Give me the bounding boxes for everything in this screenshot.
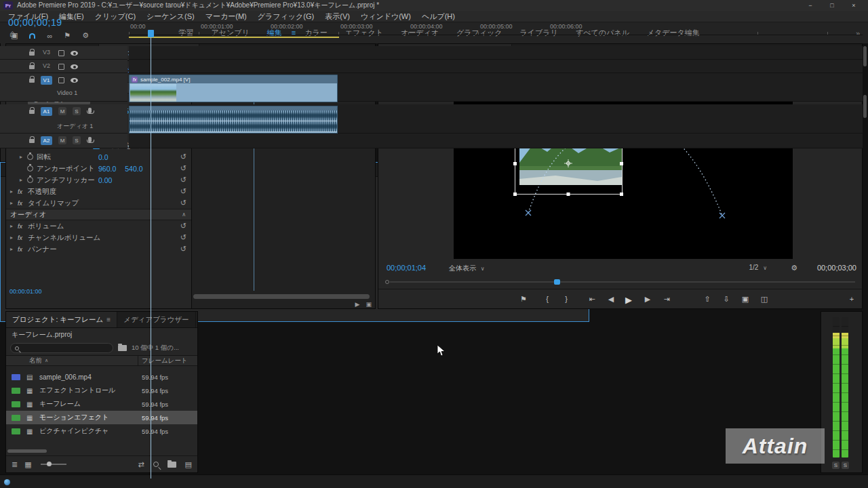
- solo-left-button[interactable]: S: [832, 462, 840, 469]
- label-color-chip[interactable]: [12, 415, 20, 421]
- linked-selection-icon[interactable]: ∞: [47, 32, 52, 40]
- sync-lock-icon[interactable]: [58, 64, 64, 70]
- panel-menu-icon[interactable]: ≡: [106, 316, 111, 323]
- step-forward-icon[interactable]: ▶: [642, 295, 654, 304]
- track-header-v3[interactable]: V3: [0, 46, 127, 60]
- lock-icon[interactable]: [29, 139, 35, 143]
- column-name[interactable]: 名前∧: [29, 357, 48, 365]
- timeline-settings-wrench-icon[interactable]: ⚙: [82, 31, 89, 40]
- toggle-animation-stopwatch-icon[interactable]: [27, 165, 33, 171]
- mark-out-icon[interactable]: }: [560, 295, 572, 303]
- add-marker-icon[interactable]: ⚑: [517, 295, 530, 304]
- lift-icon[interactable]: ⇧: [701, 295, 713, 304]
- twirl-closed-icon[interactable]: ▸: [20, 177, 27, 183]
- lock-icon[interactable]: [29, 79, 35, 83]
- source-patch-badge[interactable]: A2: [41, 136, 52, 145]
- property-row-anchor-point[interactable]: ▸ アンカーポイント 960.0 540.0 ↺: [6, 163, 191, 174]
- settings-wrench-icon[interactable]: ⚙: [791, 264, 797, 272]
- snap-magnet-icon[interactable]: [29, 33, 35, 39]
- list-item-selected[interactable]: ▦ モーションエフェクト 59.94 fps: [6, 411, 197, 424]
- close-button[interactable]: ×: [843, 2, 865, 9]
- voiceover-record-mic-icon[interactable]: [88, 108, 92, 113]
- reset-effect-icon[interactable]: ↺: [180, 233, 186, 242]
- collapse-section-icon[interactable]: ∧: [182, 211, 186, 218]
- nest-sequence-icon[interactable]: ▣: [11, 31, 18, 40]
- track-output-eye-icon[interactable]: [71, 64, 78, 69]
- reset-effect-icon[interactable]: ↺: [180, 199, 186, 207]
- search-input[interactable]: [10, 343, 113, 353]
- program-playhead[interactable]: [554, 279, 560, 285]
- effect-row-time-remap[interactable]: ▸ fx タイムリマップ ↺: [6, 197, 191, 209]
- source-patch-badge[interactable]: A1: [41, 107, 52, 116]
- go-to-out-icon[interactable]: ⇥: [660, 295, 673, 304]
- track-header-v1[interactable]: V1 Video 1: [0, 73, 127, 102]
- project-horizontal-scrollbar[interactable]: [7, 449, 47, 453]
- effect-timeline-scrollbar[interactable]: [193, 294, 370, 299]
- timeline-ruler[interactable]: 00:00 00:00:01:00 00:00:02:00 00:00:03:0…: [129, 19, 863, 35]
- extract-icon[interactable]: ⇩: [720, 295, 732, 304]
- voiceover-record-mic-icon[interactable]: [88, 137, 92, 142]
- track-name-label[interactable]: Video 1: [57, 89, 77, 96]
- lock-icon[interactable]: [29, 65, 35, 69]
- property-row-antiflicker[interactable]: ▸ アンチフリッカー 0.00 ↺: [6, 174, 191, 186]
- minimize-button[interactable]: −: [800, 2, 821, 9]
- lock-icon[interactable]: [29, 52, 35, 56]
- label-color-chip[interactable]: [12, 401, 20, 407]
- thumbnail-zoom-slider[interactable]: [41, 464, 66, 465]
- track-header-a2[interactable]: A2 M S: [0, 134, 127, 148]
- project-file-name[interactable]: キーフレーム.prproj: [6, 328, 197, 341]
- twirl-closed-icon[interactable]: ▸: [20, 154, 27, 160]
- audio-tracks-scrollbar[interactable]: [863, 95, 867, 118]
- list-view-icon[interactable]: ≣: [12, 460, 18, 469]
- icon-view-icon[interactable]: ▦: [24, 460, 31, 469]
- export-frame-icon[interactable]: ▣: [739, 295, 751, 304]
- effect-row-volume[interactable]: ▸ fx ボリューム ↺: [6, 220, 191, 232]
- track-header-v2[interactable]: V2: [0, 60, 127, 73]
- track-v2-content[interactable]: [129, 60, 863, 73]
- scrub-track[interactable]: [390, 281, 855, 283]
- add-marker-icon[interactable]: ⚑: [64, 31, 71, 40]
- tab-cc-libraries[interactable]: CC: [196, 312, 197, 327]
- label-color-chip[interactable]: [12, 428, 20, 434]
- reset-parameter-icon[interactable]: ↺: [180, 164, 186, 173]
- mute-button[interactable]: M: [58, 107, 66, 115]
- reset-parameter-icon[interactable]: ↺: [180, 176, 186, 184]
- tab-project[interactable]: プロジェクト: キーフレーム≡: [6, 312, 117, 327]
- section-audio[interactable]: オーディオ ∧: [6, 209, 191, 220]
- work-area-bar[interactable]: [129, 37, 339, 38]
- playback-resolution-select[interactable]: 1/2 ∨: [749, 264, 767, 271]
- go-to-in-icon[interactable]: ⇤: [586, 295, 598, 304]
- effect-row-channel-volume[interactable]: ▸ fx チャンネルボリューム ↺: [6, 232, 191, 243]
- reset-effect-icon[interactable]: ↺: [180, 245, 186, 253]
- track-tag[interactable]: V2: [41, 62, 52, 69]
- lock-icon[interactable]: [29, 110, 35, 114]
- twirl-closed-icon[interactable]: ▸: [10, 235, 18, 241]
- track-a2-content[interactable]: [129, 134, 863, 148]
- label-color-chip[interactable]: [12, 388, 20, 394]
- list-item[interactable]: ▦ エフェクトコントロール 59.94 fps: [6, 384, 197, 397]
- tab-media-browser[interactable]: メディアブラウザー: [117, 312, 195, 327]
- twirl-closed-icon[interactable]: ▸: [10, 200, 18, 206]
- step-back-icon[interactable]: ◀: [605, 295, 617, 304]
- solo-button[interactable]: S: [73, 136, 81, 144]
- solo-right-button[interactable]: S: [842, 462, 849, 469]
- label-color-chip[interactable]: [12, 374, 20, 380]
- zoom-handle-icon[interactable]: [385, 280, 389, 284]
- new-item-icon[interactable]: ▤: [185, 460, 192, 469]
- mark-in-icon[interactable]: {: [541, 295, 553, 303]
- twirl-closed-icon[interactable]: ▸: [10, 246, 18, 252]
- comparison-view-icon[interactable]: ◫: [758, 295, 770, 304]
- play-icon[interactable]: ▶: [623, 295, 635, 305]
- sync-lock-icon[interactable]: [58, 77, 64, 83]
- button-editor-plus-icon[interactable]: +: [847, 295, 856, 303]
- rotation-value[interactable]: 0.0: [98, 153, 108, 161]
- list-item[interactable]: ▦ キーフレーム 59.94 fps: [6, 397, 197, 411]
- toggle-animation-stopwatch-icon[interactable]: [27, 154, 33, 160]
- timeline-current-timecode[interactable]: 00;00;00;19: [8, 17, 62, 28]
- timeline-playhead-handle[interactable]: [148, 30, 154, 37]
- automate-to-sequence-icon[interactable]: ⇄: [138, 460, 144, 469]
- new-bin-icon[interactable]: [167, 462, 176, 468]
- reset-parameter-icon[interactable]: ↺: [180, 152, 186, 161]
- twirl-closed-icon[interactable]: ▸: [10, 188, 18, 195]
- source-patch-badge[interactable]: V1: [41, 76, 52, 85]
